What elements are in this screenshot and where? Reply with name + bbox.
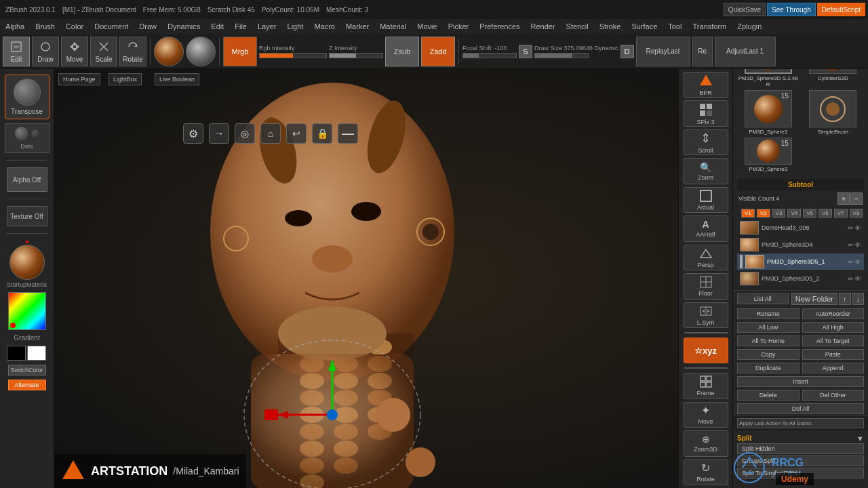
focal-shift-slider[interactable]: [462, 53, 517, 58]
scroll-button[interactable]: ⇕ Scroll: [684, 129, 728, 155]
zadd-button[interactable]: Zadd: [421, 37, 455, 66]
z-intensity-slider[interactable]: [329, 53, 383, 58]
zoom3d-button[interactable]: ⊕ Zoom3D: [684, 430, 728, 456]
v4-button[interactable]: V4: [787, 209, 801, 218]
transpose-tool[interactable]: Transpose: [5, 75, 50, 119]
alpha-off-button[interactable]: Alpha Off: [7, 167, 47, 192]
v6-button[interactable]: V6: [818, 209, 832, 218]
rgb-slider[interactable]: [259, 53, 327, 58]
quicksave-button[interactable]: QuickSave: [724, 3, 766, 16]
color-picker[interactable]: [8, 292, 46, 330]
s-indicator[interactable]: S: [519, 45, 532, 58]
re-button[interactable]: Re: [692, 37, 713, 66]
apply-last-button[interactable]: Apply Last Action To All Subsc: [737, 418, 864, 428]
move-button[interactable]: Move: [61, 37, 88, 66]
texture-off-button[interactable]: Texture Off: [7, 206, 47, 226]
add-subtool-button[interactable]: +: [837, 192, 850, 205]
up-arrow-button[interactable]: ↑: [839, 293, 851, 305]
menu-picker[interactable]: Picker: [446, 21, 472, 32]
menu-light[interactable]: Light: [285, 21, 307, 32]
menu-brush[interactable]: Brush: [33, 21, 58, 32]
menu-edit[interactable]: Edit: [208, 21, 226, 32]
white-swatch[interactable]: [27, 346, 46, 361]
floor-button[interactable]: Floor: [684, 273, 728, 299]
minus-overlay-button[interactable]: —: [338, 123, 358, 144]
menu-dynamics[interactable]: Dynamics: [165, 21, 203, 32]
del-all-button[interactable]: Del All: [737, 403, 864, 414]
eye-icon-sphere3d5-1[interactable]: 👁: [854, 258, 861, 266]
menu-file[interactable]: File: [232, 21, 250, 32]
v1-button[interactable]: V1: [741, 209, 755, 218]
menu-render[interactable]: Render: [528, 21, 558, 32]
switch-color-button[interactable]: SwitchColor: [8, 365, 46, 375]
tool-thumb-sphere3-2[interactable]: 15 PM3D_Sphere3: [737, 138, 800, 172]
v7-button[interactable]: V7: [834, 209, 848, 218]
del-other-button[interactable]: Del Other: [802, 390, 865, 401]
paste-button[interactable]: Paste: [802, 349, 865, 360]
v8-button[interactable]: V8: [850, 209, 863, 218]
edit-icon-demohead[interactable]: ✏: [848, 224, 853, 232]
copy-button[interactable]: Copy: [737, 349, 800, 360]
rotate3d-button[interactable]: ↻ Rotate: [684, 460, 728, 485]
persp-button[interactable]: Persp: [684, 245, 728, 270]
frame-button[interactable]: Frame: [684, 373, 728, 399]
focal-shift-control[interactable]: Focal Shift: -100: [462, 45, 517, 58]
alternate-button[interactable]: Alternate: [8, 380, 46, 390]
mrgb-button[interactable]: Mrgb: [223, 37, 257, 66]
menu-document[interactable]: Document: [92, 21, 131, 32]
eye-icon-demohead[interactable]: 👁: [854, 224, 861, 232]
menu-movie[interactable]: Movie: [414, 21, 439, 32]
aahalf-button[interactable]: A AAHalf: [684, 216, 728, 241]
rotate-button[interactable]: Rotate: [119, 37, 146, 66]
zsub-button[interactable]: Zsub: [385, 37, 419, 66]
menu-surface[interactable]: Surface: [629, 21, 660, 32]
draw-button[interactable]: Draw: [32, 37, 59, 66]
material-preview[interactable]: [186, 37, 216, 66]
actual-button[interactable]: Actual: [684, 187, 728, 213]
menu-zplugin[interactable]: Zplugin: [734, 21, 764, 32]
remove-subtool-button[interactable]: −: [850, 192, 863, 205]
subtool-item-sphere3d4[interactable]: PM3D_Sphere3D4 ✏ 👁: [737, 237, 864, 253]
edit-icon-sphere3d4[interactable]: ✏: [848, 241, 853, 249]
material-selector[interactable]: StartupMateria: [7, 241, 47, 288]
v5-button[interactable]: V5: [803, 209, 816, 218]
rename-button[interactable]: Rename: [737, 308, 800, 319]
menu-macro[interactable]: Macro: [311, 21, 338, 32]
brush-preview[interactable]: [154, 37, 184, 66]
edit-icon-sphere3d5-2[interactable]: ✏: [848, 275, 853, 283]
all-low-button[interactable]: All Low: [737, 322, 800, 333]
v3-button[interactable]: V3: [772, 209, 786, 218]
edit-button[interactable]: Edit: [3, 37, 30, 66]
see-through-button[interactable]: See Through: [767, 3, 816, 16]
zoom-button[interactable]: 🔍 Zoom: [684, 158, 728, 184]
undo-overlay-button[interactable]: ↩: [286, 123, 307, 144]
draw-size-slider[interactable]: [534, 53, 589, 58]
menu-material[interactable]: Material: [377, 21, 409, 32]
lock-overlay-button[interactable]: 🔒: [312, 123, 332, 144]
replay-last-button[interactable]: ReplayLast: [636, 37, 690, 66]
xyz-button[interactable]: ☆xyz: [684, 338, 728, 363]
subtool-item-demohead[interactable]: DemoHead3_006 ✏ 👁: [737, 220, 864, 237]
edit-icon-sphere3d5-1[interactable]: ✏: [848, 258, 853, 266]
menu-transform[interactable]: Transform: [690, 21, 730, 32]
split-collapse-icon[interactable]: ▼: [856, 434, 864, 443]
tool-thumb-sphere3[interactable]: 15 PM3D_Sphere3: [737, 90, 800, 135]
append-button[interactable]: Append: [802, 363, 865, 373]
menu-stroke[interactable]: Stroke: [597, 21, 624, 32]
pin-overlay-button[interactable]: ◎: [235, 123, 255, 144]
brush-dots-tool[interactable]: Dots: [5, 123, 50, 153]
all-to-home-button[interactable]: All To Home: [737, 336, 800, 346]
preferences-button[interactable]: DefaultScript: [817, 3, 865, 16]
draw-size-control[interactable]: Draw Size 375.09646 Dynamic: [534, 45, 618, 58]
new-folder-button[interactable]: New Folder: [791, 293, 837, 305]
spix-button[interactable]: SPix 3: [684, 100, 728, 126]
menu-tool[interactable]: Tool: [665, 21, 684, 32]
menu-preferences[interactable]: Preferences: [477, 21, 522, 32]
lsym-button[interactable]: L.Sym: [684, 302, 728, 328]
eye-icon-sphere3d5-2[interactable]: 👁: [854, 275, 861, 283]
down-arrow-button[interactable]: ↓: [852, 293, 865, 305]
adjust-last-button[interactable]: AdjustLast 1: [715, 37, 776, 66]
all-to-target-button[interactable]: All To Target: [802, 336, 865, 346]
menu-marker[interactable]: Marker: [343, 21, 372, 32]
tool-thumb-simplebrush[interactable]: SimpleBrush: [802, 90, 865, 135]
